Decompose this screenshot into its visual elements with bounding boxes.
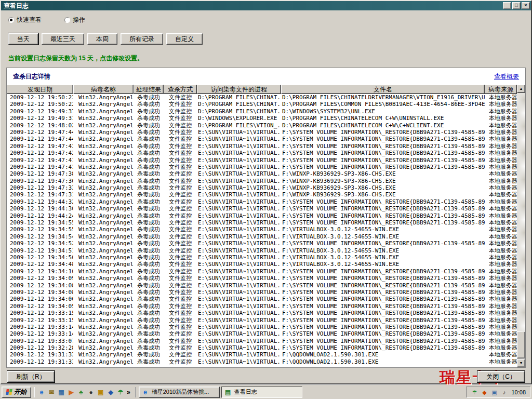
scroll-up-icon[interactable]: ▲ — [517, 85, 525, 93]
cell: 杀毒成功 — [134, 184, 164, 191]
column-header-4[interactable]: 查杀方式 — [164, 85, 197, 94]
table-row[interactable]: 2009-12-12 19:47:31Win32.AngryAngel.a杀毒成… — [7, 191, 517, 198]
retention-notice[interactable]: 当前设置日志保留天数为 15 天，点击修改设置。 — [8, 54, 143, 63]
table-row[interactable]: 2009-12-12 19:47:36Win32.AngryAngel.a杀毒成… — [7, 178, 517, 184]
cell: Win32.AngryAngel.a — [73, 261, 134, 268]
cell: 本地服务器 — [485, 115, 517, 122]
table-row[interactable]: 2009-12-12 19:47:33Win32.AngryAngel.a杀毒成… — [7, 184, 517, 191]
table-row[interactable]: 2009-12-12 19:44:24Win32.AngryAngel.a杀毒成… — [7, 212, 517, 219]
radio-operation[interactable]: 操作 — [64, 16, 85, 24]
table-row[interactable]: 2009-12-12 19:34:55Win32.AngryAngel.a杀毒成… — [7, 226, 517, 233]
ime-icon[interactable]: ▣ — [490, 389, 498, 396]
media-player-icon[interactable]: ▶ — [67, 388, 75, 396]
table-row[interactable]: 2009-12-12 19:31:33Win32.AngryAngel.a杀毒成… — [7, 358, 517, 365]
column-header-5[interactable]: 访问染毒文件的进程 — [197, 85, 281, 94]
filter-button-1[interactable]: 当天 — [8, 33, 38, 45]
table-row[interactable]: 2009-12-12 19:47:44Win32.AngryAngel.a杀毒成… — [7, 136, 517, 142]
filter-button-2[interactable]: 最近三天 — [42, 33, 84, 45]
cell: F:\VIRTUALBOX-3.0.12-54655-WIN.EXE — [281, 226, 485, 233]
maximize-button[interactable]: □ — [512, 2, 521, 9]
radio-circle-icon — [64, 17, 70, 23]
table-row[interactable]: 2009-12-12 19:49:31Win32.AngryAngel.a杀毒成… — [7, 115, 517, 122]
browser-icon[interactable]: ◆ — [107, 388, 115, 396]
folder-icon[interactable]: ▣ — [97, 388, 105, 396]
scrollbar-thumb[interactable] — [517, 331, 525, 358]
table-row[interactable]: 2009-12-12 19:50:23Win32.AngryAngel.a杀毒成… — [7, 94, 517, 101]
table-row[interactable]: 2009-12-12 19:34:48Win32.AngryAngel.a杀毒成… — [7, 261, 517, 268]
volume-icon[interactable]: ♪ — [500, 389, 508, 396]
cell: 文件监控 — [164, 178, 197, 184]
column-header-6[interactable]: 文件名 — [281, 85, 485, 94]
quick-launch-overflow-icon[interactable]: » — [127, 389, 130, 396]
close-dialog-button[interactable]: 关闭（C） — [477, 371, 525, 382]
minimize-button[interactable]: _ — [503, 2, 511, 9]
table-row[interactable]: 2009-12-12 19:31:33Win32.AngryAngel.a杀毒成… — [7, 351, 517, 358]
kaka-assistant-icon[interactable]: ◆ — [481, 389, 488, 396]
rising-monitor-icon[interactable]: ☂ — [471, 389, 478, 396]
table-row[interactable]: 2009-12-12 19:50:22Win32.AngryAngel.a杀毒成… — [7, 101, 517, 108]
cell: 杀毒成功 — [134, 178, 164, 184]
table-row[interactable]: 2009-12-12 19:44:30Win32.AngryAngel.a杀毒成… — [7, 205, 517, 212]
taskbar-task-2[interactable]: ▤查看日志 — [221, 387, 302, 398]
desktop-icon[interactable]: ▦ — [57, 388, 65, 396]
cell: 本地服务器 — [485, 324, 517, 330]
cell: F:\SYSTEM VOLUME INFORMATION\_RESTORE{DB… — [281, 317, 485, 324]
cell: E:\SUN\VIRTUA~1\VIRTUAL... — [197, 233, 281, 240]
cell: D:\PROGRAM FILES\COMMON FILES\B0B19AEC-4… — [281, 101, 485, 108]
column-header-2[interactable]: 病毒名称 — [73, 85, 134, 94]
start-button[interactable]: 开始 — [2, 387, 31, 398]
table-row[interactable]: 2009-12-12 19:34:50Win32.AngryAngel.a杀毒成… — [7, 254, 517, 261]
table-row[interactable]: 2009-12-12 19:34:08Win32.AngryAngel.a杀毒成… — [7, 282, 517, 289]
column-header-1[interactable]: 发现日期 — [7, 85, 73, 94]
titlebar[interactable]: 查看日志 _ □ × — [1, 1, 531, 10]
filter-button-3[interactable]: 本周 — [87, 33, 117, 45]
vertical-scrollbar[interactable]: ▲ ▼ — [517, 85, 525, 367]
table-row[interactable]: 2009-12-12 19:34:09Win32.AngryAngel.a杀毒成… — [7, 275, 517, 282]
table-row[interactable]: 2009-12-12 19:48:02Win32.AngryAngel.a杀毒成… — [7, 122, 517, 129]
cell: Win32.AngryAngel.a — [73, 233, 134, 240]
table-row[interactable]: 2009-12-12 19:34:06Win32.AngryAngel.a杀毒成… — [7, 296, 517, 302]
radio-quick-view[interactable]: 快速查看 — [8, 16, 42, 24]
scroll-down-icon[interactable]: ▼ — [517, 359, 525, 367]
column-header-3[interactable]: 处理结果 — [134, 85, 164, 94]
rising-icon[interactable]: ☂ — [116, 388, 125, 396]
ie-icon[interactable]: e — [37, 388, 46, 396]
cell: Win32.AngryAngel.a — [73, 122, 134, 129]
table-row[interactable]: 2009-12-12 19:33:15Win32.AngryAngel.a杀毒成… — [7, 317, 517, 324]
table-row[interactable]: 2009-12-12 19:47:44Win32.AngryAngel.a杀毒成… — [7, 129, 517, 136]
filter-button-5[interactable]: 自定义 — [166, 33, 203, 45]
table-row[interactable]: 2009-12-12 19:34:05Win32.AngryAngel.a杀毒成… — [7, 303, 517, 310]
view-summary-link[interactable]: 查看概要 — [494, 72, 519, 81]
table-row[interactable]: 2009-12-12 19:33:14Win32.AngryAngel.a杀毒成… — [7, 330, 517, 337]
filter-button-4[interactable]: 所有记录 — [121, 33, 163, 45]
chat-icon[interactable]: ● — [87, 388, 95, 396]
table-row[interactable]: 2009-12-12 19:47:42Win32.AngryAngel.a杀毒成… — [7, 150, 517, 156]
cell: 本地服务器 — [485, 233, 517, 240]
mail-icon[interactable]: ✉ — [47, 388, 56, 396]
column-header-7[interactable]: 病毒来源 — [485, 85, 517, 94]
table-row[interactable]: 2009-12-12 19:47:41Win32.AngryAngel.a杀毒成… — [7, 164, 517, 170]
table-row[interactable]: 2009-12-12 19:49:37Win32.AngryAngel.a杀毒成… — [7, 108, 517, 115]
table-row[interactable]: 2009-12-12 19:34:51Win32.AngryAngel.a杀毒成… — [7, 247, 517, 254]
table-row[interactable]: 2009-12-12 19:32:28Win32.AngryAngel.a杀毒成… — [7, 344, 517, 351]
taskbar-task-1[interactable]: e瑞星2010新品体验挑... — [139, 387, 220, 398]
windows-logo-icon — [6, 389, 12, 395]
table-row[interactable]: 2009-12-12 19:33:14Win32.AngryAngel.a杀毒成… — [7, 324, 517, 330]
table-row[interactable]: 2009-12-12 19:44:32Win32.AngryAngel.a杀毒成… — [7, 198, 517, 205]
table-row[interactable]: 2009-12-12 19:33:07Win32.AngryAngel.a杀毒成… — [7, 338, 517, 344]
refresh-button[interactable]: 刷新（R） — [7, 371, 55, 382]
cell: 本地服务器 — [485, 205, 517, 212]
table-row[interactable]: 2009-12-12 19:34:55Win32.AngryAngel.a杀毒成… — [7, 219, 517, 226]
close-button[interactable]: × — [522, 2, 530, 9]
table-row[interactable]: 2009-12-12 19:34:52Win32.AngryAngel.a杀毒成… — [7, 240, 517, 247]
table-row[interactable]: 2009-12-12 19:47:43Win32.AngryAngel.a杀毒成… — [7, 143, 517, 150]
messenger-icon[interactable]: ♣ — [77, 388, 85, 396]
cell: F:\VIRTUALBOX-3.0.12-54655-WIN.EXE — [281, 247, 485, 254]
table-row[interactable]: 2009-12-12 19:34:10Win32.AngryAngel.a杀毒成… — [7, 268, 517, 275]
table-row[interactable]: 2009-12-12 19:33:15Win32.AngryAngel.a杀毒成… — [7, 310, 517, 316]
table-row[interactable]: 2009-12-12 19:34:54Win32.AngryAngel.a杀毒成… — [7, 233, 517, 240]
table-row[interactable]: 2009-12-12 19:47:38Win32.AngryAngel.a杀毒成… — [7, 170, 517, 177]
cell: 杀毒成功 — [134, 226, 164, 233]
table-row[interactable]: 2009-12-12 19:47:41Win32.AngryAngel.a杀毒成… — [7, 157, 517, 164]
table-row[interactable]: 2009-12-12 19:34:08Win32.AngryAngel.a杀毒成… — [7, 289, 517, 296]
